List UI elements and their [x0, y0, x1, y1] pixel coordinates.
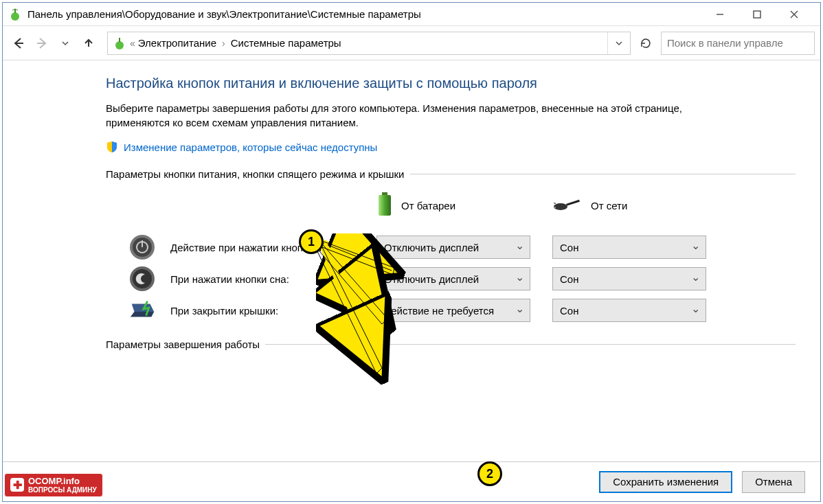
- sleep-button-icon: [128, 264, 157, 293]
- lid-ac-combo[interactable]: Сон: [552, 299, 706, 322]
- svg-rect-3: [754, 11, 760, 18]
- minimize-button[interactable]: [708, 5, 732, 24]
- history-dropdown[interactable]: [54, 32, 77, 55]
- svg-rect-12: [379, 195, 391, 216]
- svg-point-0: [11, 12, 19, 21]
- power-ac-combo[interactable]: Сон: [552, 236, 706, 259]
- column-ac: От сети: [552, 197, 728, 227]
- breadcrumb-prev-icon: «: [130, 38, 135, 49]
- svg-rect-10: [382, 192, 387, 195]
- svg-rect-16: [554, 207, 556, 208]
- battery-icon: [376, 192, 393, 219]
- up-button[interactable]: [77, 32, 100, 55]
- sleep-ac-combo[interactable]: Сон: [552, 267, 706, 290]
- svg-rect-15: [554, 203, 556, 204]
- save-button[interactable]: Сохранить изменения: [599, 471, 732, 493]
- cancel-button[interactable]: Отмена: [742, 471, 805, 493]
- plug-icon: [552, 197, 583, 214]
- svg-point-22: [133, 269, 152, 288]
- annotation-arrow: [316, 233, 426, 398]
- column-battery: От батареи: [376, 192, 552, 231]
- lid-close-icon: [128, 296, 157, 325]
- plus-icon: ✚: [10, 478, 24, 492]
- app-icon: [8, 8, 22, 21]
- breadcrumb-item[interactable]: Электропитание: [138, 37, 216, 49]
- section-title-2: Параметры завершения работы: [106, 339, 260, 350]
- maximize-button[interactable]: [745, 5, 769, 24]
- forward-button[interactable]: [30, 32, 54, 55]
- chevron-right-icon: ›: [216, 38, 231, 49]
- shield-icon: [106, 141, 118, 153]
- breadcrumb-dropdown[interactable]: [607, 32, 630, 54]
- window-title: Панель управления\Оборудование и звук\Эл…: [27, 8, 421, 20]
- search-input[interactable]: Поиск в панели управле: [661, 32, 815, 55]
- page-description: Выберите параметры завершения работы для…: [106, 101, 738, 130]
- admin-link-text: Изменение параметров, которые сейчас нед…: [124, 141, 377, 153]
- back-button[interactable]: [7, 32, 30, 55]
- refresh-button[interactable]: [635, 32, 657, 54]
- annotation-badge-2: 2: [477, 461, 502, 486]
- annotation-badge-1: 1: [299, 229, 324, 254]
- breadcrumb-item[interactable]: Системные параметры: [231, 37, 341, 49]
- svg-rect-9: [119, 38, 120, 42]
- page-heading: Настройка кнопок питания и включение защ…: [106, 76, 796, 91]
- breadcrumb[interactable]: « Электропитание › Системные параметры: [107, 32, 631, 55]
- close-button[interactable]: [782, 5, 807, 24]
- section-title: Параметры кнопки питания, кнопки спящего…: [106, 168, 405, 180]
- breadcrumb-icon: [112, 36, 127, 51]
- svg-point-8: [115, 41, 124, 49]
- power-button-icon: [128, 233, 157, 262]
- watermark: ✚ OCOMP.info ВОПРОСЫ АДМИНУ: [4, 473, 103, 497]
- admin-settings-link[interactable]: Изменение параметров, которые сейчас нед…: [106, 141, 796, 153]
- svg-rect-14: [566, 200, 580, 206]
